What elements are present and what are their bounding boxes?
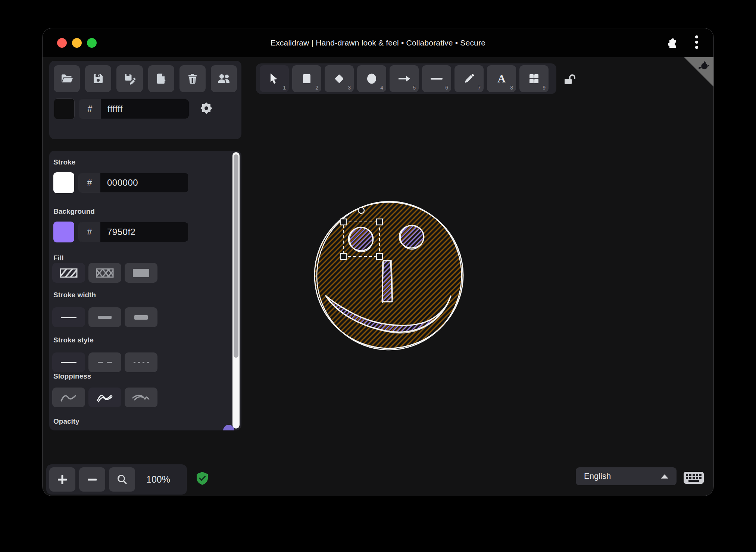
stroke-width-extra-bold-button[interactable] [125,307,157,327]
stroke-width-label: Stroke width [53,291,96,299]
overflow-menu-icon[interactable] [695,35,699,51]
selection-cursor-icon [269,73,279,85]
tool-draw[interactable]: 7 [454,65,484,92]
panel-scrollbar[interactable] [232,152,240,429]
panel-scrollbar-thumb[interactable] [234,154,238,358]
export-button[interactable] [148,65,174,92]
hachure-icon [59,268,78,278]
fill-solid-button[interactable] [125,263,157,283]
save-as-button[interactable] [116,65,143,92]
background-color-swatch[interactable] [53,222,74,242]
smiley-face-drawing [313,198,465,354]
rotate-handle [358,207,364,213]
canvas-bg-hash-prefix: # [79,99,101,119]
keyboard-icon [683,471,704,484]
ellipse-icon [366,73,378,85]
keyboard-shortcuts-button[interactable] [683,471,704,486]
stroke-width-thin-button[interactable] [52,307,85,327]
stroke-color-swatch[interactable] [53,172,74,193]
language-select[interactable]: English [576,467,677,485]
line-icon [430,77,443,80]
canvas-background-swatch[interactable] [54,98,75,119]
minus-icon [87,478,97,481]
fill-label: Fill [53,254,63,262]
export-file-icon [154,72,168,85]
tool-selection[interactable]: 1 [260,65,289,92]
stroke-label: Stroke [53,158,75,166]
diamond-icon [334,73,345,84]
tool-library[interactable]: 9 [519,65,549,92]
reset-zoom-button[interactable] [109,467,135,492]
svg-text:A: A [497,73,506,85]
resize-handle-sw [340,254,346,260]
save-button[interactable] [85,65,111,92]
open-folder-icon [60,72,74,85]
encryption-shield-icon[interactable] [196,471,209,487]
stroke-width-bold-button[interactable] [88,307,121,327]
bold-line-icon [96,315,114,320]
fill-cross-hatch-button[interactable] [88,263,121,283]
stroke-style-solid-button[interactable] [52,352,85,372]
arrow-icon [398,75,410,82]
stroke-style-dotted-button[interactable] [125,352,157,372]
tool-diamond[interactable]: 3 [325,65,354,92]
canvas-bg-color-input[interactable]: ffffff [101,99,189,119]
open-file-button[interactable] [54,65,80,92]
stroke-color-input[interactable]: 000000 [100,173,188,192]
tool-arrow[interactable]: 5 [390,65,419,92]
caret-up-icon [661,474,668,479]
collaboration-button[interactable] [211,65,237,92]
app-window: Excalidraw | Hand-drawn look & feel • Co… [42,28,714,496]
zoom-level[interactable]: 100% [146,474,170,485]
keep-tool-active-lock[interactable] [563,73,578,88]
solid-fill-icon [132,268,150,278]
text-icon: A [496,73,507,85]
unlocked-padlock-icon [563,73,578,86]
fill-hachure-button[interactable] [52,263,85,283]
opacity-label: Opacity [53,417,79,426]
stroke-style-dashed-button[interactable] [88,352,121,372]
tool-text[interactable]: A 8 [487,65,516,92]
save-as-icon [123,72,136,85]
shape-toolbar: 1 2 3 4 [256,63,556,94]
properties-panel: Stroke # 000000 Background # 7950f2 [49,151,241,430]
plus-icon [57,475,67,484]
resize-handle-ne [377,219,382,225]
titlebar: Excalidraw | Hand-drawn look & feel • Co… [43,28,713,57]
cross-hatch-icon [96,268,114,278]
menu-island: # ffffff [49,61,241,139]
stroke-style-label: Stroke style [53,336,94,344]
thin-line-icon [59,315,78,320]
tool-rectangle[interactable]: 2 [292,65,321,92]
zoom-in-button[interactable] [49,467,75,492]
architect-squiggle-icon [60,393,78,402]
save-icon [92,72,104,85]
solid-stroke-icon [59,361,78,364]
zoom-controls: 100% [46,464,187,495]
background-hash-prefix: # [79,222,100,242]
resize-handle-nw [340,219,346,225]
window-title: Excalidraw | Hand-drawn look & feel • Co… [43,28,713,57]
clear-canvas-button[interactable] [179,65,206,92]
sloppiness-architect-button[interactable] [52,388,85,407]
sloppiness-label: Sloppiness [53,372,91,380]
tool-ellipse[interactable]: 4 [357,65,386,92]
tool-line[interactable]: 6 [422,65,451,92]
library-grid-icon [528,73,540,84]
dashed-stroke-icon [96,361,114,364]
sloppiness-artist-button[interactable] [88,388,121,407]
zoom-out-button[interactable] [79,467,105,492]
language-value: English [584,471,611,481]
canvas-area[interactable]: # ffffff [43,57,714,496]
dotted-stroke-icon [132,361,150,364]
artist-squiggle-icon [96,392,114,403]
background-color-input[interactable]: 7950f2 [100,222,188,242]
collaborators-icon [217,72,231,85]
github-corner-link[interactable] [684,57,714,89]
puzzle-extension-icon[interactable] [667,37,678,49]
cartoonist-squiggle-icon [132,393,150,402]
theme-toggle-sun-icon[interactable] [199,101,214,117]
reset-zoom-icon [116,474,128,486]
background-label: Background [53,207,95,216]
sloppiness-cartoonist-button[interactable] [125,388,157,407]
